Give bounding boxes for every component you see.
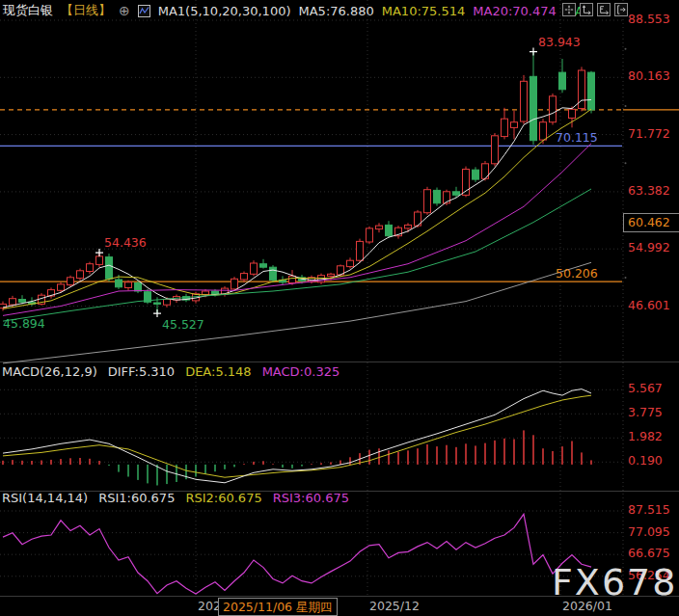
candle-body bbox=[521, 81, 528, 121]
axis-tick bbox=[625, 105, 627, 107]
axis-tick bbox=[625, 277, 627, 279]
y-axis-scale-icon[interactable] bbox=[580, 3, 593, 16]
macd-histogram-bar bbox=[41, 461, 42, 466]
candle-body bbox=[511, 122, 518, 128]
price-marker-cross bbox=[530, 48, 537, 56]
rsi2-value: RSI2:60.675 bbox=[185, 491, 261, 505]
macd-label-row: MACD(26,12,9) DIFF:5.310 DEA:5.148 MACD:… bbox=[2, 364, 350, 379]
macd-histogram-bar bbox=[156, 465, 158, 486]
macd-axis-label: 1.982 bbox=[628, 430, 663, 443]
ma30-line bbox=[3, 189, 591, 321]
price-annotation: 54.436 bbox=[104, 236, 147, 250]
macd-histogram-bar bbox=[127, 465, 129, 477]
rsi3-value: RSI3:60.675 bbox=[273, 491, 349, 505]
candle-body bbox=[540, 122, 547, 140]
macd-histogram-bar bbox=[69, 458, 71, 465]
macd-histogram-bar bbox=[2, 461, 4, 465]
price-axis-label: 46.601 bbox=[628, 299, 670, 312]
macd-histogram-bar bbox=[532, 435, 534, 465]
macd-histogram-bar bbox=[590, 460, 592, 465]
macd-histogram-bar bbox=[311, 464, 312, 465]
price-axis-label: 71.772 bbox=[628, 127, 670, 141]
candle-body bbox=[473, 170, 479, 179]
detach-window-icon[interactable] bbox=[614, 3, 628, 16]
macd-histogram-bar bbox=[330, 462, 332, 465]
price-axis-label: 80.163 bbox=[628, 69, 670, 83]
diff-line bbox=[3, 389, 591, 483]
macd-histogram-bar bbox=[108, 465, 110, 466]
candle-body bbox=[559, 72, 566, 90]
price-axis-label: 88.553 bbox=[628, 13, 670, 26]
price-annotation: 83.943 bbox=[538, 36, 581, 49]
macd-histogram-bar bbox=[50, 460, 52, 465]
crosshair-icon[interactable] bbox=[562, 3, 576, 16]
add-indicator-icon[interactable]: ⊕ bbox=[119, 3, 130, 18]
candle-body bbox=[492, 136, 499, 164]
candle-body bbox=[68, 278, 74, 285]
mini-chart-icon[interactable] bbox=[138, 5, 150, 17]
ma-settings-label: MA1(5,10,20,30,100) bbox=[158, 4, 291, 18]
axis-tick bbox=[625, 48, 627, 50]
candle-body bbox=[251, 263, 258, 274]
candle-body bbox=[164, 300, 171, 306]
instrument-title: 现货白银 bbox=[3, 2, 53, 19]
candle-body bbox=[453, 192, 460, 196]
macd-histogram-bar bbox=[378, 448, 380, 465]
macd-histogram-bar bbox=[12, 460, 14, 465]
period-selector[interactable]: 【日线】 bbox=[61, 2, 111, 19]
macd-hist-value: MACD:0.325 bbox=[262, 364, 340, 379]
candle-body bbox=[270, 267, 277, 280]
chart-canvas[interactable] bbox=[0, 0, 679, 616]
macd-histogram-bar bbox=[542, 448, 544, 465]
macd-histogram-bar bbox=[320, 463, 322, 465]
macd-histogram-bar bbox=[301, 465, 303, 467]
candle-body bbox=[530, 76, 537, 140]
macd-histogram-bar bbox=[436, 446, 438, 465]
candle-body bbox=[125, 282, 132, 288]
candle-body bbox=[588, 72, 595, 110]
macd-histogram-bar bbox=[388, 450, 390, 465]
macd-histogram-bar bbox=[21, 461, 23, 465]
candle-body bbox=[347, 260, 354, 266]
rsi-axis-label: 66.675 bbox=[628, 547, 670, 560]
macd-histogram-bar bbox=[465, 443, 467, 465]
rsi-line bbox=[3, 514, 591, 594]
candle-body bbox=[386, 225, 393, 235]
candle-body bbox=[357, 241, 364, 260]
x-axis-scale-icon[interactable] bbox=[597, 3, 611, 16]
macd-histogram-bar bbox=[455, 447, 457, 465]
chart-header: 现货白银 【日线】 ⊕ MA1(5,10,20,30,100) MA5:76.8… bbox=[3, 2, 591, 19]
candle-body bbox=[231, 279, 238, 289]
toolbar-icons bbox=[562, 3, 628, 16]
rsi-title: RSI(14,14,14) bbox=[2, 491, 88, 505]
watermark: FX678 bbox=[552, 561, 677, 603]
macd-histogram-bar bbox=[494, 441, 496, 465]
macd-axis-label: 5.567 bbox=[628, 382, 663, 395]
candle-body bbox=[260, 264, 267, 268]
price-marker-cross bbox=[153, 309, 161, 317]
macd-histogram-bar bbox=[446, 445, 448, 465]
price-marker-cross bbox=[95, 249, 103, 256]
candle-body bbox=[434, 190, 441, 202]
macd-histogram-bar bbox=[272, 464, 274, 465]
ma5-value: MA5:76.880 bbox=[299, 4, 374, 18]
candle-body bbox=[106, 257, 113, 280]
macd-histogram-bar bbox=[262, 461, 264, 465]
macd-histogram-bar bbox=[407, 450, 409, 465]
macd-title: MACD(26,12,9) bbox=[2, 364, 97, 379]
macd-axis-label: 3.775 bbox=[628, 406, 663, 419]
macd-diff-value: DIFF:5.310 bbox=[108, 364, 175, 379]
price-axis-label: 54.992 bbox=[628, 241, 670, 254]
candle-body bbox=[550, 96, 557, 122]
line-price-label: 70.115 bbox=[556, 131, 598, 145]
line-price-label: 50.206 bbox=[556, 267, 598, 281]
ma10-line bbox=[3, 109, 591, 308]
macd-histogram-bar bbox=[484, 443, 486, 465]
macd-histogram-bar bbox=[417, 448, 419, 465]
candle-body bbox=[10, 299, 16, 305]
candle-body bbox=[367, 228, 373, 242]
macd-histogram-bar bbox=[137, 465, 139, 480]
macd-histogram-bar bbox=[166, 465, 168, 484]
candle-body bbox=[154, 303, 161, 304]
ma10-value: MA10:75.514 bbox=[382, 4, 466, 18]
